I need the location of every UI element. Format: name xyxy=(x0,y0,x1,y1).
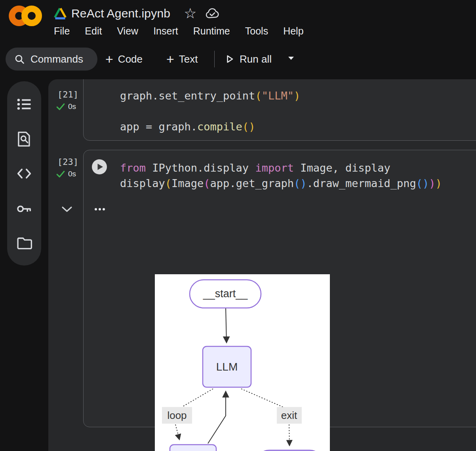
edge-llm-to-exit xyxy=(241,389,285,408)
menu-tools[interactable]: Tools xyxy=(245,25,268,37)
node-tool xyxy=(170,445,216,451)
search-icon xyxy=(14,54,25,65)
edge-loop-to-tool xyxy=(175,424,179,440)
collapse-output-chevron-icon[interactable] xyxy=(61,206,72,212)
run-all-button[interactable]: Run all xyxy=(225,48,272,71)
code-line[interactable] xyxy=(120,103,300,119)
add-code-button[interactable]: + Code xyxy=(105,48,143,71)
cell-status: 0s xyxy=(56,170,76,178)
plus-icon: + xyxy=(105,53,113,65)
check-icon xyxy=(56,170,65,178)
code-line[interactable]: from IPython.display import Image, displ… xyxy=(120,160,442,176)
node-start-label: __start__ xyxy=(203,288,248,300)
cloud-save-status-icon[interactable] xyxy=(205,7,220,20)
commands-button[interactable]: Commands xyxy=(6,48,97,71)
table-of-contents-icon[interactable] xyxy=(16,96,32,112)
edge-llm-to-loop xyxy=(183,389,213,407)
edge-label-exit: exit xyxy=(281,409,297,421)
plus-icon: + xyxy=(166,53,174,65)
run-cell-button[interactable] xyxy=(92,159,107,174)
execution-count: [23] xyxy=(57,157,78,167)
google-drive-icon xyxy=(53,7,67,20)
menu-insert[interactable]: Insert xyxy=(153,25,178,37)
menu-runtime[interactable]: Runtime xyxy=(193,25,230,37)
edge-exit-to-end xyxy=(289,424,289,445)
execution-time: 0s xyxy=(68,102,76,111)
notebook-toolbar: Commands + Code + Text Run all xyxy=(0,47,476,72)
edge-start-to-llm xyxy=(226,308,227,342)
code-line[interactable]: app = graph.compile() xyxy=(120,119,300,134)
notebook-title[interactable]: ReAct Agent.ipynb xyxy=(71,7,170,20)
commands-label: Commands xyxy=(30,53,83,65)
code-editor: graph.set_entry_point("LLM") app = graph… xyxy=(120,88,300,134)
menu-help[interactable]: Help xyxy=(283,25,303,37)
code-line[interactable]: graph.set_entry_point("LLM") xyxy=(120,88,300,103)
star-icon[interactable]: ☆ xyxy=(184,6,196,21)
menu-view[interactable]: View xyxy=(117,25,138,37)
cell-status: 0s xyxy=(56,102,76,111)
colab-logo-icon[interactable] xyxy=(7,4,42,28)
sidebar-panel xyxy=(7,81,41,266)
run-all-label: Run all xyxy=(240,53,272,65)
menu-bar: File Edit View Insert Runtime Tools Help xyxy=(54,25,304,37)
edge-label-loop: loop xyxy=(167,409,187,421)
run-all-dropdown-caret[interactable] xyxy=(288,56,294,60)
edge-tool-to-llm xyxy=(208,392,226,443)
menu-edit[interactable]: Edit xyxy=(85,25,102,37)
play-outline-icon xyxy=(225,54,235,64)
secrets-key-icon[interactable] xyxy=(16,201,32,217)
mermaid-graph: loop exit __start__ LLM Tool __end__ xyxy=(155,274,330,451)
output-image: loop exit __start__ LLM Tool __end__ xyxy=(155,274,330,451)
code-snippets-icon[interactable] xyxy=(16,166,32,182)
add-code-label: Code xyxy=(118,53,143,65)
play-icon xyxy=(92,159,107,174)
execution-count: [21] xyxy=(57,90,78,99)
execution-time: 0s xyxy=(68,170,76,178)
add-text-label: Text xyxy=(179,53,198,65)
check-icon xyxy=(56,102,65,111)
code-cell-23[interactable]: loop exit __start__ LLM Tool __end__ xyxy=(83,150,476,427)
node-llm-label: LLM xyxy=(216,361,238,373)
app-header: ReAct Agent.ipynb ☆ File Edit View Inser… xyxy=(0,0,476,79)
code-editor: from IPython.display import Image, displ… xyxy=(120,160,442,191)
menu-file[interactable]: File xyxy=(54,25,70,37)
output-options-icon[interactable] xyxy=(94,207,107,212)
find-and-replace-icon[interactable] xyxy=(16,131,32,147)
left-rail xyxy=(0,79,48,451)
add-text-button[interactable]: + Text xyxy=(166,48,198,71)
files-folder-icon[interactable] xyxy=(16,235,32,251)
code-line[interactable]: display(Image(app.get_graph().draw_merma… xyxy=(120,176,442,191)
notebook-content: [21] 0s graph.set_entry_point("LLM") app… xyxy=(48,79,476,451)
toolbar-divider xyxy=(214,51,215,67)
